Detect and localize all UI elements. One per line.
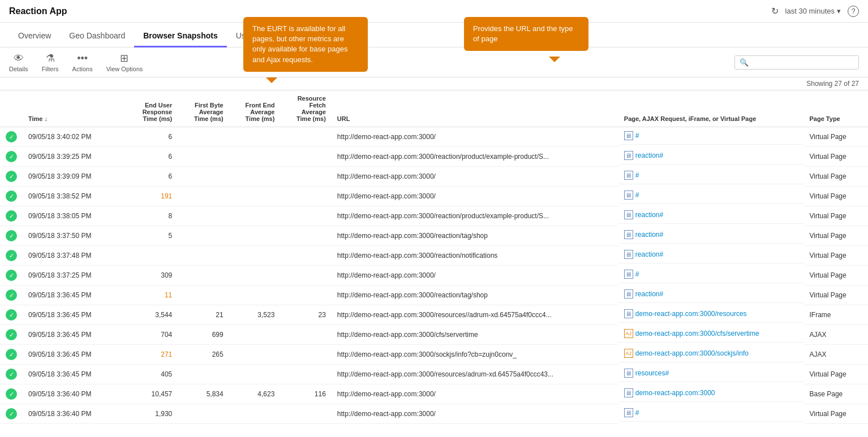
eurt-cell: 309: [126, 266, 178, 285]
actions-icon: •••: [77, 53, 88, 64]
page-cell[interactable]: AJdemo-react-app.com:3000/sockjs/info: [618, 345, 804, 362]
rfat-cell: [280, 404, 331, 424]
feat-cell: 3,523: [229, 305, 281, 325]
page-cell[interactable]: 🖥#: [618, 404, 804, 422]
page-cell[interactable]: 🖥#: [618, 127, 804, 145]
status-cell: ✓: [0, 266, 23, 285]
eurt-cell: [126, 246, 178, 266]
details-label: Details: [9, 66, 28, 72]
table-row[interactable]: ✓09/05/18 3:38:52 PM191http://demo-react…: [0, 187, 868, 206]
filters-button[interactable]: ⚗ Filters: [42, 52, 59, 72]
rfat-cell: [280, 285, 331, 305]
status-cell: ✓: [0, 285, 23, 305]
table-row[interactable]: ✓09/05/18 3:37:50 PM5http://demo-react-a…: [0, 226, 868, 246]
table-row[interactable]: ✓09/05/18 3:39:25 PM6http://demo-react-a…: [0, 147, 868, 167]
page-link[interactable]: reaction#: [635, 231, 663, 239]
rfat-cell: [280, 206, 331, 226]
refresh-icon[interactable]: ↻: [771, 6, 779, 16]
rfat-cell: [280, 187, 331, 206]
page-link[interactable]: reaction#: [635, 250, 663, 258]
eurt-cell: 6: [126, 147, 178, 167]
table-row[interactable]: ✓09/05/18 3:36:45 PM11http://demo-react-…: [0, 285, 868, 305]
col-feat-header[interactable]: Front EndAverageTime (ms): [229, 90, 281, 127]
table-row[interactable]: ✓09/05/18 3:37:25 PM309http://demo-react…: [0, 266, 868, 285]
time-cell: 09/05/18 3:38:05 PM: [23, 206, 126, 226]
page-cell[interactable]: AJdemo-react-app.com:3000/cfs/servertime: [618, 325, 804, 343]
rfat-cell: [280, 127, 331, 147]
table-row[interactable]: ✓09/05/18 3:36:45 PM405http://demo-react…: [0, 365, 868, 384]
table-row[interactable]: ✓09/05/18 3:39:09 PM6http://demo-react-a…: [0, 167, 868, 187]
page-link[interactable]: demo-react-app.com:3000/resources: [635, 310, 747, 318]
green-check-icon: ✓: [6, 151, 17, 162]
page-type-cell: Virtual Page: [804, 404, 868, 424]
table-row[interactable]: ✓09/05/18 3:36:45 PM704699http://demo-re…: [0, 325, 868, 345]
feat-cell: [229, 226, 281, 246]
tab-geo-dashboard[interactable]: Geo Dashboard: [60, 25, 134, 47]
page-link[interactable]: #: [635, 270, 639, 278]
page-type-cell: Virtual Page: [804, 226, 868, 246]
green-check-icon: ✓: [6, 329, 17, 340]
search-box[interactable]: 🔍: [734, 55, 859, 70]
col-url-header[interactable]: URL: [332, 90, 618, 127]
page-link[interactable]: reaction#: [635, 290, 663, 298]
col-rfat-header[interactable]: ResourceFetchAverageTime (ms): [280, 90, 331, 127]
page-cell[interactable]: 🖥reaction#: [618, 246, 804, 263]
tab-usage-stats[interactable]: Usage Stats: [227, 25, 288, 47]
time-cell: 09/05/18 3:37:50 PM: [23, 226, 126, 246]
table-row[interactable]: ✓09/05/18 3:36:45 PM271265http://demo-re…: [0, 345, 868, 365]
table-row[interactable]: ✓09/05/18 3:38:05 PM8http://demo-react-a…: [0, 206, 868, 226]
time-selector[interactable]: last 30 minutes ▾: [785, 7, 841, 15]
page-cell[interactable]: 🖥#: [618, 167, 804, 184]
monitor-icon: 🖥: [624, 210, 633, 219]
tab-browser-snapshots[interactable]: Browser Snapshots: [134, 25, 226, 47]
details-button[interactable]: 👁 Details: [9, 53, 28, 72]
page-cell[interactable]: 🖥#: [618, 187, 804, 204]
monitor-icon: 🖥: [624, 250, 633, 259]
actions-button[interactable]: ••• Actions: [72, 53, 93, 72]
feat-cell: [229, 187, 281, 206]
col-fbat-header[interactable]: First ByteAverageTime (ms): [178, 90, 229, 127]
page-link[interactable]: demo-react-app.com:3000/cfs/servertime: [635, 330, 759, 338]
table-row[interactable]: ✓09/05/18 3:36:40 PM10,4575,8344,623116h…: [0, 384, 868, 404]
page-link[interactable]: #: [635, 132, 639, 140]
page-cell[interactable]: 🖥reaction#: [618, 206, 804, 224]
time-cell: 09/05/18 3:38:52 PM: [23, 187, 126, 206]
monitor-icon: 🖥: [624, 289, 633, 298]
actions-label: Actions: [72, 66, 93, 72]
col-time-header[interactable]: Time ↓: [23, 90, 126, 127]
eurt-cell: 405: [126, 365, 178, 384]
page-cell[interactable]: 🖥reaction#: [618, 147, 804, 165]
page-link[interactable]: resources#: [635, 369, 669, 377]
page-cell[interactable]: 🖥reaction#: [618, 226, 804, 244]
status-cell: ✓: [0, 305, 23, 325]
page-link[interactable]: reaction#: [635, 152, 663, 159]
table-row[interactable]: ✓09/05/18 3:36:40 PM1,930http://demo-rea…: [0, 404, 868, 424]
page-link[interactable]: #: [635, 171, 639, 179]
table-row[interactable]: ✓09/05/18 3:36:45 PM3,544213,52323http:/…: [0, 305, 868, 325]
green-check-icon: ✓: [6, 191, 17, 202]
table-row[interactable]: ✓09/05/18 3:37:48 PMhttp://demo-react-ap…: [0, 246, 868, 266]
col-page-header[interactable]: Page, AJAX Request, iFrame, or Virtual P…: [618, 90, 804, 127]
fbat-cell: 5,834: [178, 384, 229, 404]
fbat-cell: [178, 246, 229, 266]
time-cell: 09/05/18 3:36:45 PM: [23, 325, 126, 345]
page-cell[interactable]: 🖥resources#: [618, 365, 804, 382]
page-link[interactable]: #: [635, 191, 639, 199]
col-eurt-header[interactable]: End UserResponseTime (ms): [126, 90, 178, 127]
page-cell[interactable]: 🖥demo-react-app.com:3000/resources: [618, 305, 804, 323]
help-icon[interactable]: ?: [848, 6, 859, 17]
page-link[interactable]: demo-react-app.com:3000/sockjs/info: [635, 349, 749, 357]
page-cell[interactable]: 🖥#: [618, 266, 804, 283]
fbat-cell: [178, 167, 229, 187]
eurt-cell: 10,457: [126, 384, 178, 404]
page-cell[interactable]: 🖥reaction#: [618, 285, 804, 303]
tab-overview[interactable]: Overview: [9, 25, 60, 47]
page-type-cell: Base Page: [804, 384, 868, 404]
page-link[interactable]: reaction#: [635, 211, 663, 219]
table-row[interactable]: ✓09/05/18 3:40:02 PM6http://demo-react-a…: [0, 127, 868, 147]
page-link[interactable]: demo-react-app.com:3000: [635, 389, 715, 397]
col-type-header[interactable]: Page Type: [804, 90, 868, 127]
view-options-button[interactable]: ⊞ View Options: [106, 52, 143, 72]
page-link[interactable]: #: [635, 409, 639, 417]
page-cell[interactable]: 🖥demo-react-app.com:3000: [618, 384, 804, 402]
